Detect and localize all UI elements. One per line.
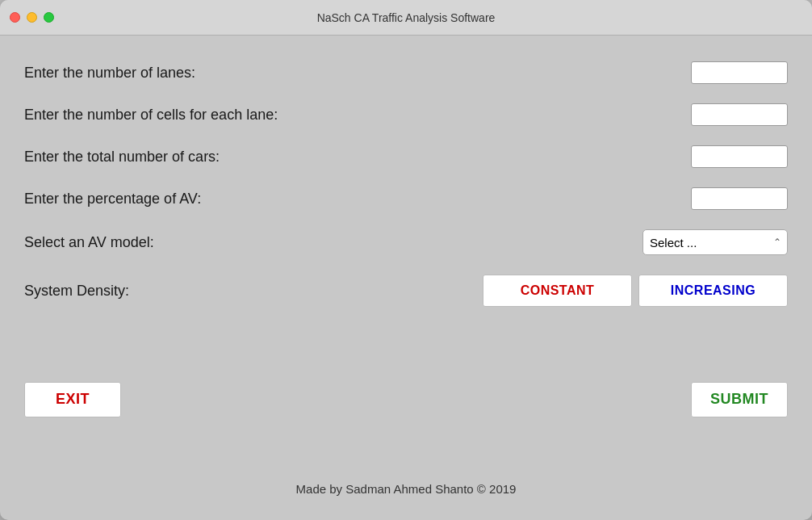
av-percentage-label: Enter the percentage of AV:: [24, 191, 201, 208]
footer-buttons: EXIT SUBMIT: [24, 374, 788, 426]
traffic-lights: [10, 12, 54, 23]
form-section: Enter the number of lanes: Enter the num…: [24, 52, 788, 317]
av-model-select-wrapper: Select ... Model A Model B Model C: [642, 229, 788, 255]
lanes-row: Enter the number of lanes:: [24, 52, 788, 94]
footer-credit: Made by Sadman Ahmed Shanto © 2019: [24, 482, 788, 504]
submit-button[interactable]: SUBMIT: [691, 382, 788, 417]
increasing-button[interactable]: INCREASING: [638, 275, 788, 307]
main-window: NaSch CA Traffic Analysis Software Enter…: [0, 0, 812, 520]
cars-input[interactable]: [691, 145, 788, 168]
cells-row: Enter the number of cells for each lane:: [24, 94, 788, 136]
av-model-label: Select an AV model:: [24, 234, 154, 251]
density-label: System Density:: [24, 283, 129, 300]
minimize-button[interactable]: [27, 12, 37, 23]
close-button[interactable]: [10, 12, 20, 23]
cells-label: Enter the number of cells for each lane:: [24, 107, 278, 124]
av-percentage-input[interactable]: [691, 187, 788, 210]
lanes-input[interactable]: [691, 61, 788, 84]
av-percentage-row: Enter the percentage of AV:: [24, 178, 788, 220]
av-model-select[interactable]: Select ... Model A Model B Model C: [642, 229, 788, 255]
lanes-label: Enter the number of lanes:: [24, 65, 195, 82]
constant-button[interactable]: CONSTANT: [483, 275, 632, 307]
av-model-row: Select an AV model: Select ... Model A M…: [24, 220, 788, 265]
density-buttons: CONSTANT INCREASING: [483, 275, 788, 307]
density-row: System Density: CONSTANT INCREASING: [24, 265, 788, 317]
cells-input[interactable]: [691, 103, 788, 126]
window-title: NaSch CA Traffic Analysis Software: [317, 11, 496, 24]
content-area: Enter the number of lanes: Enter the num…: [0, 36, 812, 520]
title-bar: NaSch CA Traffic Analysis Software: [0, 0, 812, 36]
exit-button[interactable]: EXIT: [24, 382, 121, 417]
cars-row: Enter the total number of cars:: [24, 136, 788, 178]
maximize-button[interactable]: [44, 12, 54, 23]
cars-label: Enter the total number of cars:: [24, 149, 220, 166]
